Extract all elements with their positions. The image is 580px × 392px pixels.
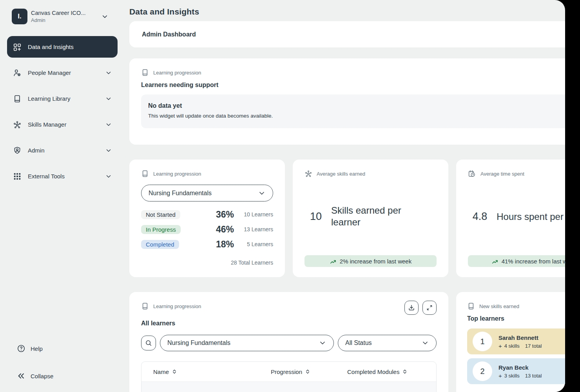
progression-row-in-progress: In Progress 46% 13 Learners bbox=[141, 224, 273, 234]
column-header-completed-modules[interactable]: Completed Modules bbox=[347, 368, 424, 375]
column-label: Completed Modules bbox=[347, 368, 399, 375]
sidebar: I. Canvas Career ICO... Admin Data and I… bbox=[0, 0, 123, 392]
rank-badge: 2 bbox=[473, 361, 492, 381]
sidebar-item-external-tools[interactable]: External Tools bbox=[7, 165, 118, 187]
empty-state-message: This widget will update once data become… bbox=[148, 113, 565, 119]
course-filter-select[interactable]: Nursing Fundamentals bbox=[160, 335, 334, 351]
empty-state-title: No data yet bbox=[148, 102, 565, 109]
chevron-down-icon bbox=[105, 121, 112, 128]
column-header-name[interactable]: Name bbox=[153, 368, 271, 375]
sidebar-item-skills-manager[interactable]: Skills Manager bbox=[7, 114, 118, 135]
trend-text: 41% increase from last week bbox=[502, 258, 565, 265]
sidebar-item-data-and-insights[interactable]: Data and Insights bbox=[7, 36, 118, 58]
trend-up-icon bbox=[491, 258, 498, 264]
book-icon bbox=[467, 302, 475, 310]
help-icon bbox=[17, 344, 25, 353]
chevron-down-icon bbox=[105, 147, 112, 154]
learners-needing-support-card: Learning progression Learners needing su… bbox=[129, 58, 565, 145]
progression-percent: 36% bbox=[180, 209, 234, 220]
sort-icon bbox=[172, 368, 177, 375]
card-tag: Learning progression bbox=[153, 303, 201, 309]
card-tag: New skills earned bbox=[479, 303, 519, 309]
card-tag: Average time spent bbox=[480, 171, 524, 177]
total-learners: 28 Total Learners bbox=[141, 260, 273, 266]
top-learners-card: New skills earned Top learners 1 Sarah B… bbox=[456, 292, 565, 392]
trend-up-icon bbox=[330, 258, 337, 264]
course-select[interactable]: Nursing Fundamentals bbox=[141, 185, 273, 201]
collapse-label: Collapse bbox=[31, 373, 53, 379]
sidebar-item-people-manager[interactable]: People Manager bbox=[7, 62, 118, 83]
card-title: Learners needing support bbox=[141, 82, 565, 89]
sidebar-nav: Data and Insights People Manager Learnin… bbox=[7, 36, 118, 191]
metric-label: Skills earned per learner bbox=[331, 205, 431, 228]
top-learner-row: 2 Ryan Beck +3 skills 13 total bbox=[467, 358, 565, 384]
trend-text: 2% increase from last week bbox=[340, 258, 411, 265]
expand-button[interactable] bbox=[422, 301, 437, 315]
status-badge: Not Started bbox=[141, 210, 180, 219]
rank-badge: 1 bbox=[473, 332, 492, 351]
chevron-down-icon bbox=[105, 173, 112, 180]
metric-value: 4.8 bbox=[473, 211, 488, 223]
main-area: Data and Insights Admin Dashboard Learni… bbox=[123, 0, 565, 392]
sort-icon bbox=[305, 368, 310, 375]
dashboard-icon bbox=[13, 43, 22, 51]
book-icon bbox=[13, 94, 22, 103]
progression-learners: 10 Learners bbox=[234, 211, 273, 218]
sidebar-item-label: People Manager bbox=[28, 69, 71, 76]
sidebar-item-label: Skills Manager bbox=[28, 121, 66, 128]
chevron-down-icon bbox=[105, 95, 112, 102]
skills-gained: 4 skills bbox=[504, 343, 520, 349]
chevron-down-icon bbox=[421, 339, 429, 347]
column-header-progression[interactable]: Progression bbox=[271, 368, 347, 375]
average-time-spent-card: Average time spent 4.8 Hours spent per l… bbox=[456, 160, 565, 277]
trend-banner: 41% increase from last week bbox=[468, 255, 565, 267]
sort-icon bbox=[402, 368, 408, 375]
org-role: Admin bbox=[31, 17, 85, 24]
card-title: All learners bbox=[141, 320, 437, 327]
chevron-down-icon bbox=[258, 189, 266, 197]
metric-label: Hours spent per learner bbox=[497, 211, 565, 223]
skills-network-icon bbox=[13, 120, 22, 129]
sidebar-item-label: Admin bbox=[28, 147, 45, 154]
expand-icon bbox=[426, 304, 433, 311]
learners-table: Name Progression Completed Modules bbox=[141, 361, 437, 392]
book-icon bbox=[141, 69, 149, 76]
column-label: Progression bbox=[271, 368, 302, 375]
card-tag: Learning progression bbox=[153, 70, 201, 76]
progression-learners: 13 Learners bbox=[234, 226, 273, 232]
admin-dashboard-title: Admin Dashboard bbox=[142, 31, 196, 38]
admin-dashboard-bar[interactable]: Admin Dashboard bbox=[129, 21, 565, 47]
status-badge: Completed bbox=[141, 240, 179, 249]
empty-state: No data yet This widget will update once… bbox=[141, 94, 565, 128]
chevron-down-icon[interactable] bbox=[101, 13, 109, 20]
sidebar-item-learning-library[interactable]: Learning Library bbox=[7, 88, 118, 109]
average-skills-earned-card: Average skills earned 10 Skills earned p… bbox=[293, 160, 448, 277]
app-window: I. Canvas Career ICO... Admin Data and I… bbox=[0, 0, 565, 392]
trend-banner: 2% increase from last week bbox=[304, 255, 437, 267]
table-row bbox=[141, 381, 436, 392]
search-icon bbox=[145, 339, 152, 347]
page-title: Data and Insights bbox=[129, 7, 565, 16]
all-learners-card: Learning progression All learners Nursin… bbox=[129, 292, 448, 392]
book-icon bbox=[141, 170, 149, 178]
collapse-sidebar-button[interactable]: Collapse bbox=[12, 372, 116, 380]
apps-grid-icon bbox=[13, 172, 22, 181]
people-manager-icon bbox=[13, 69, 22, 77]
admin-shield-icon bbox=[13, 146, 22, 155]
chevron-down-icon bbox=[105, 69, 112, 76]
sidebar-item-label: Learning Library bbox=[28, 95, 70, 102]
org-switcher[interactable]: I. Canvas Career ICO... Admin bbox=[12, 9, 109, 24]
calendar-clock-icon bbox=[468, 170, 476, 178]
sidebar-item-admin[interactable]: Admin bbox=[7, 140, 118, 161]
card-tag: Learning progression bbox=[153, 171, 201, 177]
status-filter-select[interactable]: All Status bbox=[338, 335, 437, 351]
course-filter-value: Nursing Fundamentals bbox=[167, 339, 230, 347]
help-button[interactable]: Help bbox=[12, 344, 116, 353]
download-button[interactable] bbox=[404, 301, 419, 315]
sidebar-item-label: Data and Insights bbox=[28, 44, 74, 50]
top-learner-row: 1 Sarah Bennett +4 skills 17 total bbox=[467, 328, 565, 354]
search-button[interactable] bbox=[141, 336, 156, 350]
org-name: Canvas Career ICO... bbox=[31, 9, 85, 16]
learner-name: Sarah Bennett bbox=[498, 334, 542, 341]
skills-total: 13 total bbox=[525, 373, 542, 379]
